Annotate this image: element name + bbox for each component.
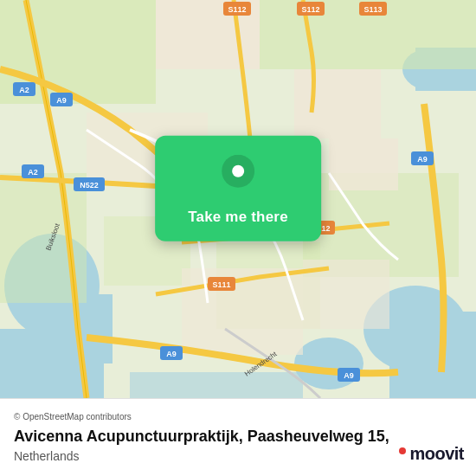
svg-text:A9: A9 [166,350,177,358]
location-pin-icon [222,155,254,200]
svg-rect-17 [294,69,381,138]
svg-text:N522: N522 [80,181,99,190]
map-area: A2 A2 N522 A9 A9 A9 A9 S112 S112 S113 S1… [0,0,476,398]
svg-rect-19 [329,138,398,190]
country-name: Netherlands [14,449,462,463]
svg-text:S112: S112 [301,5,319,14]
svg-text:S112: S112 [228,5,246,14]
svg-text:S113: S113 [363,5,382,14]
osm-attribution: © OpenStreetMap contributors [14,412,462,421]
svg-text:A2: A2 [19,86,29,94]
svg-text:A2: A2 [28,168,38,177]
moovit-dot-icon [399,447,406,454]
svg-rect-5 [389,312,476,398]
place-name: Avicenna Acupunctuurpraktijk, Paasheuvel… [14,427,462,447]
take-me-there-card[interactable]: Take me there [155,136,321,241]
moovit-logo: moovit [399,444,464,464]
svg-text:A9: A9 [56,96,67,105]
take-me-there-button[interactable]: Take me there [188,209,288,226]
svg-text:A9: A9 [417,155,428,164]
svg-text:S111: S111 [212,280,230,289]
moovit-brand-text: moovit [409,444,464,464]
navigation-overlay[interactable]: Take me there [155,136,321,241]
svg-text:A9: A9 [344,371,354,380]
location-info-bar: © OpenStreetMap contributors Avicenna Ac… [0,398,476,476]
svg-point-49 [232,165,244,177]
svg-rect-7 [130,372,303,398]
